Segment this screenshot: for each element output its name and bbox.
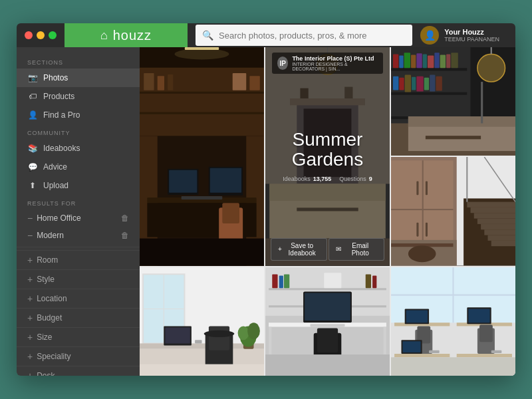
stat-questions: Questions 9 bbox=[339, 176, 372, 182]
svg-rect-69 bbox=[481, 82, 483, 123]
svg-rect-65 bbox=[408, 116, 515, 127]
sidebar-ideabooks-label: Ideabooks bbox=[43, 144, 80, 153]
sidebar-item-ideabooks[interactable]: 📚 Ideabooks bbox=[17, 139, 140, 158]
email-photo-button[interactable]: ✉ Email Photo bbox=[329, 238, 385, 261]
svg-rect-128 bbox=[265, 354, 390, 376]
maximize-button[interactable] bbox=[49, 31, 57, 39]
photo-tile-dark-office[interactable] bbox=[140, 47, 264, 266]
filter-speciality-label: Speciality bbox=[37, 352, 70, 361]
svg-rect-21 bbox=[222, 203, 239, 223]
avatar: 👤 bbox=[420, 26, 439, 45]
svg-rect-8 bbox=[233, 73, 247, 90]
svg-rect-127 bbox=[310, 324, 344, 327]
photo-tile-shelves[interactable] bbox=[391, 47, 515, 156]
filter-style[interactable]: + Style bbox=[17, 269, 140, 289]
trash-icon-1[interactable]: 🗑 bbox=[121, 213, 129, 223]
featured-title: Summer Gardens bbox=[292, 130, 363, 171]
photo-tile-multi-desk[interactable] bbox=[391, 267, 515, 376]
photo-tile-modern-desk[interactable] bbox=[265, 267, 390, 376]
main-content: SECTIONS 📷 Photos 🏷 Products 👤 Find a Pr… bbox=[17, 47, 515, 376]
save-ideabook-button[interactable]: + Save to Ideabook bbox=[271, 238, 327, 261]
company-badge[interactable]: IP The Interior Place (S) Pte Ltd INTERI… bbox=[272, 53, 383, 74]
svg-rect-85 bbox=[484, 230, 515, 235]
filter-size[interactable]: + Size bbox=[17, 327, 140, 346]
user-info: Your Houzz TEEMU PAANANEN bbox=[444, 28, 499, 43]
company-section: IP The Interior Place (S) Pte Ltd INTERI… bbox=[265, 47, 390, 79]
company-name: The Interior Place (S) Pte Ltd bbox=[292, 55, 378, 62]
sidebar-item-photos[interactable]: 📷 Photos bbox=[17, 68, 140, 87]
svg-rect-124 bbox=[384, 327, 386, 354]
search-icon: 🔍 bbox=[202, 30, 213, 41]
company-info: The Interior Place (S) Pte Ltd INTERIOR … bbox=[292, 55, 378, 71]
sidebar-advice-label: Advice bbox=[43, 162, 67, 172]
filter-location-label: Location bbox=[37, 294, 66, 303]
close-button[interactable] bbox=[25, 31, 33, 39]
filter-location[interactable]: + Location bbox=[17, 289, 140, 308]
svg-rect-60 bbox=[424, 78, 429, 90]
photo-tile-bright-office[interactable] bbox=[140, 267, 264, 376]
filter-desk[interactable]: + Desk bbox=[17, 366, 140, 376]
svg-rect-144 bbox=[457, 354, 512, 357]
search-input[interactable] bbox=[219, 31, 406, 41]
svg-point-107 bbox=[238, 326, 249, 340]
sidebar-photos-label: Photos bbox=[43, 73, 68, 82]
sidebar-item-upload[interactable]: ⬆ Upload bbox=[17, 176, 140, 195]
products-icon: 🏷 bbox=[27, 91, 38, 102]
svg-rect-148 bbox=[491, 350, 502, 352]
plus-icon-size: + bbox=[27, 332, 33, 342]
svg-rect-6 bbox=[158, 76, 164, 90]
featured-stats: Ideabooks 13,755 Questions 9 bbox=[283, 176, 372, 182]
minus-icon-2[interactable]: − bbox=[27, 230, 33, 241]
result-home-office-label: Home Office bbox=[37, 213, 80, 223]
svg-rect-121 bbox=[305, 293, 350, 321]
featured-overlay: IP The Interior Place (S) Pte Ltd INTERI… bbox=[265, 47, 390, 266]
result-modern: − Modern 🗑 bbox=[17, 227, 140, 244]
minus-icon[interactable]: − bbox=[27, 213, 33, 223]
svg-rect-50 bbox=[428, 55, 434, 68]
photo-tile-featured[interactable]: IP The Interior Place (S) Pte Ltd INTERI… bbox=[265, 47, 390, 266]
svg-rect-54 bbox=[451, 53, 458, 68]
svg-rect-53 bbox=[446, 54, 450, 68]
photo-grid: IP The Interior Place (S) Pte Ltd INTERI… bbox=[140, 47, 515, 376]
svg-rect-4 bbox=[140, 112, 264, 114]
findpro-icon: 👤 bbox=[27, 110, 38, 120]
svg-rect-81 bbox=[471, 207, 515, 213]
svg-rect-45 bbox=[399, 55, 403, 68]
email-photo-label: Email Photo bbox=[344, 242, 378, 257]
svg-rect-59 bbox=[416, 76, 423, 92]
photo-tile-stairs[interactable] bbox=[391, 157, 515, 265]
sidebar-item-products[interactable]: 🏷 Products bbox=[17, 87, 140, 106]
svg-rect-44 bbox=[393, 54, 398, 68]
divider bbox=[17, 247, 140, 247]
filter-room[interactable]: + Room bbox=[17, 250, 140, 269]
svg-rect-82 bbox=[474, 213, 515, 219]
search-bar[interactable]: 🔍 bbox=[196, 25, 412, 46]
trash-icon-2[interactable]: 🗑 bbox=[121, 231, 129, 240]
filter-speciality[interactable]: + Speciality bbox=[17, 346, 140, 366]
minimize-button[interactable] bbox=[37, 31, 45, 39]
sidebar-item-advice[interactable]: 💬 Advice bbox=[17, 158, 140, 176]
plus-icon-desk: + bbox=[27, 370, 33, 376]
svg-rect-56 bbox=[399, 78, 404, 90]
svg-rect-51 bbox=[434, 53, 439, 68]
svg-rect-61 bbox=[430, 75, 435, 92]
sidebar-item-find-pro[interactable]: 👤 Find a Pro bbox=[17, 106, 140, 124]
filter-budget[interactable]: + Budget bbox=[17, 308, 140, 327]
svg-point-92 bbox=[408, 245, 436, 262]
result-home-office: − Home Office 🗑 bbox=[17, 209, 140, 227]
svg-rect-83 bbox=[477, 219, 515, 224]
svg-rect-41 bbox=[391, 92, 467, 95]
svg-rect-116 bbox=[284, 274, 289, 288]
sidebar-upload-label: Upload bbox=[43, 181, 68, 190]
user-area[interactable]: 👤 Your Houzz TEEMU PAANANEN bbox=[420, 26, 507, 45]
advice-icon: 💬 bbox=[27, 162, 38, 172]
svg-rect-84 bbox=[481, 224, 515, 229]
svg-rect-149 bbox=[391, 357, 515, 376]
upload-icon: ⬆ bbox=[27, 180, 38, 191]
sidebar-products-label: Products bbox=[43, 92, 74, 101]
filter-desk-label: Desk bbox=[37, 371, 55, 376]
company-logo: IP bbox=[277, 57, 288, 70]
window-controls bbox=[25, 31, 57, 39]
svg-rect-75 bbox=[416, 182, 418, 196]
ideabooks-stat-label: Ideabooks bbox=[283, 176, 311, 182]
